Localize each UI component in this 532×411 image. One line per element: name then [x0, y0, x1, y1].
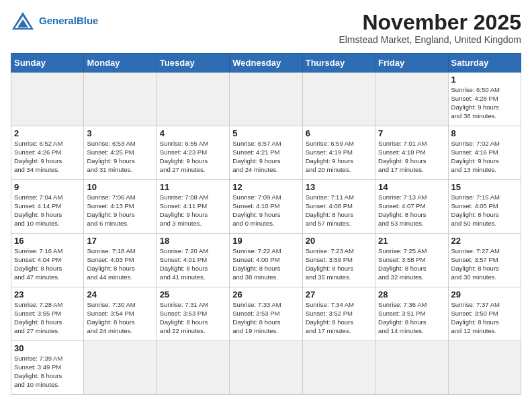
calendar-cell-1-1: 3Sunrise: 6:53 AM Sunset: 4:25 PM Daylig…: [84, 126, 157, 180]
calendar-cell-3-2: 18Sunrise: 7:20 AM Sunset: 4:01 PM Dayli…: [157, 234, 229, 287]
week-row-0: 1Sunrise: 6:50 AM Sunset: 4:28 PM Daylig…: [11, 73, 521, 126]
day-info: Sunrise: 7:28 AM Sunset: 3:55 PM Dayligh…: [14, 301, 81, 335]
day-number: 13: [306, 182, 372, 192]
week-row-3: 16Sunrise: 7:16 AM Sunset: 4:04 PM Dayli…: [11, 234, 521, 287]
day-info: Sunrise: 7:08 AM Sunset: 4:11 PM Dayligh…: [160, 193, 226, 228]
logo-icon: [11, 11, 35, 31]
day-info: Sunrise: 7:31 AM Sunset: 3:53 PM Dayligh…: [160, 301, 226, 335]
day-number: 26: [232, 289, 299, 300]
week-row-2: 9Sunrise: 7:04 AM Sunset: 4:14 PM Daylig…: [11, 180, 521, 234]
day-info: Sunrise: 7:22 AM Sunset: 4:00 PM Dayligh…: [232, 247, 299, 281]
calendar-cell-5-2: [157, 341, 229, 395]
day-header-thursday: Thursday: [302, 54, 375, 73]
day-header-wednesday: Wednesday: [230, 54, 302, 73]
calendar-cell-1-2: 4Sunrise: 6:55 AM Sunset: 4:23 PM Daylig…: [157, 126, 229, 180]
day-number: 6: [306, 128, 372, 138]
calendar-cell-2-2: 11Sunrise: 7:08 AM Sunset: 4:11 PM Dayli…: [157, 180, 229, 234]
calendar-table: SundayMondayTuesdayWednesdayThursdayFrid…: [11, 53, 521, 395]
calendar-cell-1-6: 8Sunrise: 7:02 AM Sunset: 4:16 PM Daylig…: [448, 126, 521, 180]
day-number: 18: [160, 236, 226, 246]
calendar-cell-2-3: 12Sunrise: 7:09 AM Sunset: 4:10 PM Dayli…: [230, 180, 302, 234]
calendar-cell-3-4: 20Sunrise: 7:23 AM Sunset: 3:59 PM Dayli…: [302, 234, 375, 287]
week-row-1: 2Sunrise: 6:52 AM Sunset: 4:26 PM Daylig…: [11, 126, 521, 180]
location-subtitle: Elmstead Market, England, United Kingdom: [339, 34, 521, 45]
day-info: Sunrise: 7:20 AM Sunset: 4:01 PM Dayligh…: [160, 247, 226, 281]
day-number: 19: [232, 236, 299, 246]
day-info: Sunrise: 6:57 AM Sunset: 4:21 PM Dayligh…: [232, 140, 299, 174]
day-number: 14: [378, 182, 445, 192]
day-number: 3: [87, 128, 153, 138]
calendar-cell-0-5: [375, 73, 448, 126]
calendar-cell-4-6: 29Sunrise: 7:37 AM Sunset: 3:50 PM Dayli…: [448, 287, 521, 341]
logo-blue: Blue: [77, 15, 99, 26]
day-info: Sunrise: 7:23 AM Sunset: 3:59 PM Dayligh…: [306, 247, 372, 281]
day-header-sunday: Sunday: [11, 54, 84, 73]
calendar-cell-4-5: 28Sunrise: 7:36 AM Sunset: 3:51 PM Dayli…: [375, 287, 448, 341]
calendar-cell-3-0: 16Sunrise: 7:16 AM Sunset: 4:04 PM Dayli…: [11, 234, 84, 287]
day-info: Sunrise: 6:52 AM Sunset: 4:26 PM Dayligh…: [14, 140, 81, 174]
day-info: Sunrise: 6:53 AM Sunset: 4:25 PM Dayligh…: [87, 140, 153, 174]
day-info: Sunrise: 6:55 AM Sunset: 4:23 PM Dayligh…: [160, 140, 226, 174]
calendar-cell-0-3: [230, 73, 302, 126]
calendar-cell-4-2: 25Sunrise: 7:31 AM Sunset: 3:53 PM Dayli…: [157, 287, 229, 341]
month-title: November 2025: [339, 11, 521, 34]
day-header-tuesday: Tuesday: [157, 54, 229, 73]
day-number: 7: [378, 128, 445, 138]
calendar-cell-0-1: [84, 73, 157, 126]
logo: GeneralBlue: [11, 11, 98, 31]
calendar-cell-3-5: 21Sunrise: 7:25 AM Sunset: 3:58 PM Dayli…: [375, 234, 448, 287]
calendar-cell-4-4: 27Sunrise: 7:34 AM Sunset: 3:52 PM Dayli…: [302, 287, 375, 341]
day-number: 10: [87, 182, 153, 192]
page-header: GeneralBlue November 2025 Elmstead Marke…: [11, 11, 521, 45]
day-info: Sunrise: 7:13 AM Sunset: 4:07 PM Dayligh…: [378, 193, 445, 228]
day-number: 5: [232, 128, 299, 138]
day-number: 8: [451, 128, 518, 138]
day-number: 27: [306, 289, 372, 300]
day-number: 4: [160, 128, 226, 138]
day-number: 29: [451, 289, 518, 300]
day-info: Sunrise: 7:36 AM Sunset: 3:51 PM Dayligh…: [378, 301, 445, 335]
calendar-cell-1-3: 5Sunrise: 6:57 AM Sunset: 4:21 PM Daylig…: [230, 126, 302, 180]
calendar-cell-5-3: [230, 341, 302, 395]
calendar-cell-2-0: 9Sunrise: 7:04 AM Sunset: 4:14 PM Daylig…: [11, 180, 84, 234]
day-info: Sunrise: 7:33 AM Sunset: 3:53 PM Dayligh…: [232, 301, 299, 335]
day-header-saturday: Saturday: [448, 54, 521, 73]
day-number: 20: [306, 236, 372, 246]
day-number: 2: [14, 128, 81, 138]
calendar-cell-2-6: 15Sunrise: 7:15 AM Sunset: 4:05 PM Dayli…: [448, 180, 521, 234]
week-row-4: 23Sunrise: 7:28 AM Sunset: 3:55 PM Dayli…: [11, 287, 521, 341]
day-info: Sunrise: 7:01 AM Sunset: 4:18 PM Dayligh…: [378, 140, 445, 174]
day-info: Sunrise: 7:18 AM Sunset: 4:03 PM Dayligh…: [87, 247, 153, 281]
day-info: Sunrise: 7:30 AM Sunset: 3:54 PM Dayligh…: [87, 301, 153, 335]
calendar-cell-0-2: [157, 73, 229, 126]
day-number: 28: [378, 289, 445, 300]
day-number: 24: [87, 289, 153, 300]
logo-general: General: [39, 15, 77, 26]
day-number: 25: [160, 289, 226, 300]
day-info: Sunrise: 7:11 AM Sunset: 4:08 PM Dayligh…: [306, 193, 372, 228]
calendar-cell-1-4: 6Sunrise: 6:59 AM Sunset: 4:19 PM Daylig…: [302, 126, 375, 180]
day-number: 23: [14, 289, 81, 300]
day-number: 21: [378, 236, 445, 246]
calendar-cell-4-1: 24Sunrise: 7:30 AM Sunset: 3:54 PM Dayli…: [84, 287, 157, 341]
day-info: Sunrise: 7:37 AM Sunset: 3:50 PM Dayligh…: [451, 301, 518, 335]
calendar-cell-2-1: 10Sunrise: 7:06 AM Sunset: 4:13 PM Dayli…: [84, 180, 157, 234]
calendar-cell-3-1: 17Sunrise: 7:18 AM Sunset: 4:03 PM Dayli…: [84, 234, 157, 287]
calendar-cell-5-1: [84, 341, 157, 395]
day-info: Sunrise: 7:39 AM Sunset: 3:49 PM Dayligh…: [14, 355, 81, 389]
day-info: Sunrise: 7:04 AM Sunset: 4:14 PM Dayligh…: [14, 193, 81, 228]
day-info: Sunrise: 7:09 AM Sunset: 4:10 PM Dayligh…: [232, 193, 299, 228]
calendar-cell-3-6: 22Sunrise: 7:27 AM Sunset: 3:57 PM Dayli…: [448, 234, 521, 287]
week-row-5: 30Sunrise: 7:39 AM Sunset: 3:49 PM Dayli…: [11, 341, 521, 395]
calendar-cell-4-3: 26Sunrise: 7:33 AM Sunset: 3:53 PM Dayli…: [230, 287, 302, 341]
day-info: Sunrise: 7:16 AM Sunset: 4:04 PM Dayligh…: [14, 247, 81, 281]
day-number: 11: [160, 182, 226, 192]
day-info: Sunrise: 7:06 AM Sunset: 4:13 PM Dayligh…: [87, 193, 153, 228]
calendar-cell-5-4: [302, 341, 375, 395]
day-number: 15: [451, 182, 518, 192]
day-info: Sunrise: 7:27 AM Sunset: 3:57 PM Dayligh…: [451, 247, 518, 281]
calendar-cell-1-5: 7Sunrise: 7:01 AM Sunset: 4:18 PM Daylig…: [375, 126, 448, 180]
day-info: Sunrise: 7:25 AM Sunset: 3:58 PM Dayligh…: [378, 247, 445, 281]
title-area: November 2025 Elmstead Market, England, …: [339, 11, 521, 45]
day-number: 30: [14, 343, 81, 353]
